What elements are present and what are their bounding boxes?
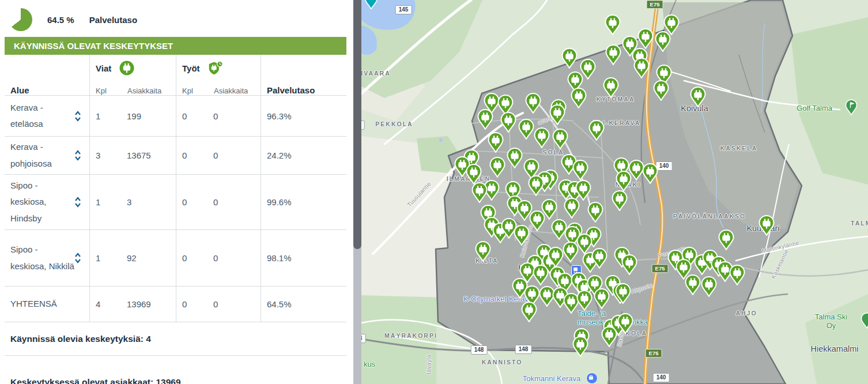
outage-marker[interactable] [601,326,617,347]
outage-marker[interactable] [729,265,745,285]
outage-marker[interactable] [612,190,628,211]
outage-marker[interactable] [653,80,669,101]
service-level: 98.1% [261,230,346,286]
area-name: YHTEENSÄ [10,296,57,313]
plug-pin-icon [500,112,516,133]
outage-marker[interactable] [528,175,544,196]
outage-marker[interactable] [563,242,579,262]
map-label: IVAARA [361,70,391,77]
outage-marker[interactable] [533,265,549,285]
plug-pin-icon [549,104,565,125]
works-customers: 0 [207,175,261,229]
chevron-down-icon[interactable] [74,116,81,122]
chevron-up-icon[interactable] [74,149,81,155]
map-label: Tokmanni Kerava [523,374,580,383]
plug-pin-icon [594,288,610,309]
outage-marker[interactable] [701,276,717,297]
outage-marker[interactable] [617,313,633,334]
outage-marker[interactable] [518,119,534,140]
outage-marker[interactable] [690,86,706,107]
outage-marker[interactable] [466,164,482,185]
outage-marker[interactable] [561,48,578,69]
sort-chevrons[interactable] [74,252,81,264]
outage-marker[interactable] [655,31,671,52]
outage-marker[interactable] [616,171,632,191]
outage-marker[interactable] [549,104,565,125]
chevron-up-icon[interactable] [74,110,81,116]
outage-marker[interactable] [475,241,491,262]
plug-pin-icon [561,48,578,69]
plug-pin-icon [690,86,706,107]
outage-marker[interactable] [594,288,610,309]
outage-marker[interactable] [633,58,650,78]
chevron-up-icon[interactable] [74,196,81,202]
outage-marker[interactable] [548,247,564,268]
plug-pin-icon [729,265,745,285]
outage-marker[interactable] [572,160,588,180]
outage-marker[interactable] [603,77,619,98]
column-header-faults: Viat [96,63,111,73]
outage-marker[interactable] [718,229,734,250]
outage-marker[interactable] [576,234,592,254]
outage-marker[interactable] [576,290,592,311]
works-count: 0 [176,230,207,286]
service-level-summary: 64.5 % Palvelutaso [0,0,353,35]
outage-marker[interactable] [637,28,654,49]
eroad-shield: E75 [647,0,663,9]
outage-marker[interactable] [488,132,504,153]
chevron-down-icon[interactable] [74,202,81,208]
plug-pin-icon [603,77,619,98]
scrollbar-thumb[interactable] [353,0,361,249]
outage-marker[interactable] [507,148,523,168]
outage-marker[interactable] [642,163,658,184]
area-name: Sipoo - keskiosa, Nikkilä [10,242,74,274]
fault-plug-icon [119,61,134,76]
plug-pin-icon [571,88,587,108]
column-header-faults-customers: Asiakkaita [122,86,176,95]
outage-marker[interactable] [500,112,516,133]
outage-map[interactable]: IVAARAPEKKOLAILMARINENSOLAKILTAKYTÖMAAYL… [361,0,868,384]
plug-pin-icon [507,148,523,168]
panel-header-title: KÄYNNISSÄ OLEVAT KESKEYTYKSET [14,41,173,51]
works-customers: 0 [207,287,261,322]
panel-scrollbar[interactable] [353,0,361,384]
outage-marker[interactable] [514,225,530,246]
outage-marker[interactable] [605,14,621,35]
map-label: AHJO [735,310,757,317]
tokmanni-store-bag-icon[interactable] [586,372,598,384]
plug-pin-icon [572,336,588,357]
outage-marker[interactable] [675,259,692,280]
outage-marker[interactable] [525,93,541,114]
chevron-down-icon[interactable] [74,258,81,264]
outage-marker[interactable] [621,254,637,275]
outage-marker[interactable] [591,248,607,269]
sort-chevrons[interactable] [74,149,81,161]
outage-marker[interactable] [521,302,537,322]
plug-pin-icon [466,164,482,185]
outage-marker[interactable] [587,202,603,223]
outage-marker[interactable] [615,283,631,304]
table-row: Sipoo - keskiosa, Hindsby 1 3 0 0 99.6% [5,174,346,229]
chevron-up-icon[interactable] [74,252,81,258]
golf-course-pin-icon[interactable] [845,99,858,115]
sort-chevrons[interactable] [74,110,81,122]
outage-marker[interactable] [552,129,568,149]
outage-marker[interactable] [489,157,505,178]
outage-marker[interactable] [605,44,621,65]
selected-location-pin-icon[interactable] [364,0,378,9]
outage-marker[interactable] [588,120,605,141]
chevron-down-icon[interactable] [74,156,81,161]
ski-resort-pin-icon[interactable] [861,313,868,329]
outage-marker[interactable] [471,182,488,203]
outage-marker[interactable] [534,127,550,148]
outage-marker[interactable] [572,336,588,357]
outage-marker[interactable] [758,215,775,236]
plug-pin-icon [471,182,488,203]
sort-chevrons[interactable] [74,196,81,208]
plug-pin-icon [572,160,588,180]
outage-marker[interactable] [477,109,493,130]
outage-marker[interactable] [529,210,545,231]
works-customers: 0 [207,137,261,174]
outage-marker[interactable] [564,198,580,219]
outage-marker[interactable] [571,88,587,108]
